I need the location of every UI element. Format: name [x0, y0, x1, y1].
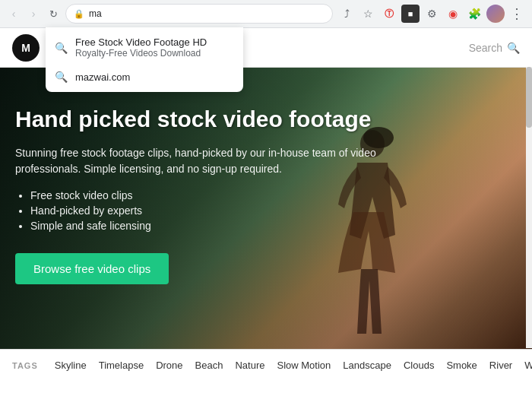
- toolbar-icons: ⤴ ☆ Ⓣ ■ ⚙ ◉ 🧩 ⋮: [337, 5, 526, 23]
- extension-icon-3[interactable]: ◉: [444, 5, 462, 23]
- tag-clouds[interactable]: Clouds: [397, 357, 440, 374]
- autocomplete-content-1: Free Stock Video Footage HD Royalty-Free…: [75, 36, 207, 59]
- profile-avatar[interactable]: [486, 5, 505, 23]
- hero-section: Hand picked stock video footage Stunning…: [0, 68, 532, 349]
- extension-icon-1[interactable]: Ⓣ: [380, 5, 398, 23]
- feature-item-3: Simple and safe licensing: [30, 220, 380, 232]
- hero-content: Hand picked stock video footage Stunning…: [0, 68, 395, 300]
- search-label: Search: [469, 42, 502, 54]
- tag-water[interactable]: Water: [518, 357, 532, 374]
- search-icon: 🔍: [507, 42, 520, 54]
- tag-skyline[interactable]: Skyline: [49, 357, 93, 374]
- menu-icon[interactable]: ⋮: [508, 5, 526, 23]
- extensions-icon[interactable]: 🧩: [465, 5, 483, 23]
- feature-item-2: Hand-picked by experts: [30, 204, 380, 217]
- autocomplete-item-2[interactable]: 🔍 mazwai.com: [46, 65, 243, 89]
- tag-beach[interactable]: Beach: [189, 357, 230, 374]
- autocomplete-item-1[interactable]: 🔍 Free Stock Video Footage HD Royalty-Fr…: [46, 30, 243, 65]
- site-search[interactable]: Search 🔍: [469, 42, 520, 54]
- autocomplete-title-1: Free Stock Video Footage HD: [75, 36, 207, 48]
- scrollbar-thumb[interactable]: [526, 67, 532, 128]
- tag-river[interactable]: River: [483, 357, 518, 374]
- address-bar[interactable]: 🔒 ma: [65, 4, 333, 24]
- bookmark-icon[interactable]: ☆: [359, 5, 377, 23]
- hero-features: Free stock video clips Hand-picked by ex…: [15, 189, 380, 232]
- search-result-icon: 🔍: [55, 42, 68, 54]
- settings-icon[interactable]: ⚙: [423, 5, 441, 23]
- tag-landscape[interactable]: Landscape: [337, 357, 397, 374]
- tag-nature[interactable]: Nature: [229, 357, 271, 374]
- scrollbar[interactable]: [526, 67, 532, 348]
- lock-icon: 🔒: [74, 9, 84, 19]
- feature-item-1: Free stock video clips: [30, 189, 380, 201]
- reload-button[interactable]: ↻: [46, 6, 61, 21]
- tag-timelapse[interactable]: Timelapse: [93, 357, 150, 374]
- browser-toolbar: ‹ › ↻ 🔒 ma ⤴ ☆ Ⓣ ■ ⚙ ◉ 🧩 ⋮: [0, 0, 532, 27]
- hero-description: Stunning free stock footage clips, hand-…: [15, 145, 380, 177]
- hero-title: Hand picked stock video footage: [15, 106, 380, 133]
- tag-smoke[interactable]: Smoke: [440, 357, 483, 374]
- autocomplete-content-2: mazwai.com: [75, 71, 130, 83]
- autocomplete-dropdown: 🔍 Free Stock Video Footage HD Royalty-Fr…: [46, 27, 243, 92]
- forward-button[interactable]: ›: [26, 6, 41, 21]
- autocomplete-subtitle-1: Royalty-Free Videos Download: [75, 48, 207, 59]
- tags-label: TAGS: [12, 361, 38, 370]
- tag-slow-motion[interactable]: Slow Motion: [271, 357, 337, 374]
- back-button[interactable]: ‹: [6, 6, 21, 21]
- url-text: ma: [89, 8, 325, 19]
- tag-drone[interactable]: Drone: [150, 357, 188, 374]
- browser-chrome: ‹ › ↻ 🔒 ma ⤴ ☆ Ⓣ ■ ⚙ ◉ 🧩 ⋮: [0, 0, 532, 28]
- extension-icon-2[interactable]: ■: [401, 5, 420, 23]
- share-icon[interactable]: ⤴: [337, 5, 356, 23]
- search-result-icon-2: 🔍: [55, 71, 68, 83]
- logo-text: M: [21, 42, 30, 54]
- tags-bar: TAGS Skyline Timelapse Drone Beach Natur…: [0, 349, 532, 381]
- browse-button[interactable]: Browse free video clips: [15, 253, 169, 284]
- logo-mark: M: [12, 34, 40, 62]
- autocomplete-title-2: mazwai.com: [75, 71, 130, 83]
